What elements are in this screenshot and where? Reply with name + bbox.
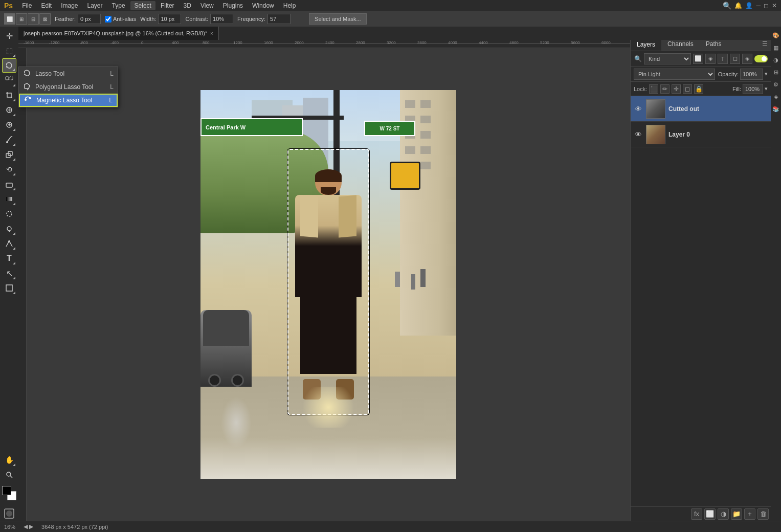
tool-mode-subtract[interactable]: ⊟ bbox=[28, 13, 39, 25]
layers-panel-menu-icon[interactable]: ☰ bbox=[762, 40, 771, 48]
right-icon-color[interactable]: 🎨 bbox=[771, 31, 780, 40]
filter-pixel-btn[interactable]: ⬜ bbox=[693, 54, 703, 64]
magic-wand-tool[interactable] bbox=[2, 73, 16, 87]
menu-view[interactable]: View bbox=[196, 1, 218, 10]
lock-transparency-btn[interactable]: ⬛ bbox=[649, 84, 658, 94]
menu-layer[interactable]: Layer bbox=[83, 1, 107, 10]
add-mask-btn[interactable]: ⬜ bbox=[704, 508, 716, 520]
tool-mode-add[interactable]: ⊞ bbox=[16, 13, 27, 25]
eraser-tool[interactable] bbox=[2, 177, 16, 191]
layer-visibility-cutted-out[interactable]: 👁 bbox=[634, 104, 643, 114]
menu-help[interactable]: Help bbox=[279, 1, 300, 10]
lock-pixels-btn[interactable]: ✏ bbox=[660, 84, 670, 94]
width-input[interactable] bbox=[158, 14, 181, 24]
contrast-input[interactable] bbox=[210, 14, 233, 24]
antialias-checkbox[interactable] bbox=[105, 16, 111, 23]
fill-label: Fill: bbox=[732, 86, 741, 92]
filter-toggle[interactable] bbox=[754, 55, 768, 62]
layer-item-layer0[interactable]: 👁 Layer 0 bbox=[631, 122, 771, 147]
crop-tool[interactable] bbox=[2, 88, 16, 102]
path-selection-tool[interactable]: ↖ bbox=[2, 266, 16, 280]
right-icon-swatches[interactable]: ▦ bbox=[771, 43, 780, 52]
menu-plugins[interactable]: Plugins bbox=[219, 1, 247, 10]
shape-tool[interactable] bbox=[2, 281, 16, 295]
menu-select[interactable]: Select bbox=[130, 1, 155, 10]
tool-mode-group: ⬜ ⊞ ⊟ ⊠ bbox=[4, 13, 51, 25]
select-mask-button[interactable]: Select and Mask... bbox=[309, 13, 367, 25]
clone-stamp-tool[interactable] bbox=[2, 147, 16, 162]
frequency-input[interactable] bbox=[267, 14, 291, 24]
svg-rect-12 bbox=[6, 197, 12, 201]
magnetic-lasso-option[interactable]: Magnetic Lasso Tool L bbox=[19, 94, 118, 107]
restore-icon[interactable]: ◻ bbox=[764, 2, 769, 9]
menu-file[interactable]: File bbox=[18, 1, 36, 10]
fill-chevron[interactable]: ▾ bbox=[765, 85, 768, 92]
right-icon-patterns[interactable]: ⊞ bbox=[771, 68, 780, 77]
right-icon-gradients[interactable]: ◑ bbox=[771, 55, 780, 64]
opacity-input[interactable] bbox=[740, 69, 763, 80]
eyedropper-tool[interactable] bbox=[2, 103, 16, 117]
add-fill-btn[interactable]: ◑ bbox=[718, 508, 729, 520]
opacity-chevron[interactable]: ▾ bbox=[765, 71, 768, 77]
menu-image[interactable]: Image bbox=[57, 1, 82, 10]
feather-input[interactable] bbox=[78, 14, 101, 24]
move-tool[interactable]: ✛ bbox=[2, 29, 16, 43]
add-adjustment-btn[interactable]: fx bbox=[691, 508, 702, 520]
layer-item-cutted-out[interactable]: 👁 Cutted out bbox=[631, 96, 771, 122]
lock-all-btn[interactable]: 🔒 bbox=[694, 84, 703, 94]
tab-close[interactable]: × bbox=[210, 31, 213, 36]
minimize-icon[interactable]: ─ bbox=[756, 2, 761, 9]
new-layer-btn[interactable]: + bbox=[744, 508, 755, 520]
selection-overlay bbox=[287, 149, 369, 415]
quick-mask-mode[interactable] bbox=[2, 506, 16, 521]
tool-mode-new[interactable]: ⬜ bbox=[4, 13, 15, 25]
blur-tool[interactable] bbox=[2, 207, 16, 221]
lasso-tool[interactable] bbox=[2, 58, 16, 73]
polygonal-lasso-option[interactable]: Polygonal Lasso Tool L bbox=[19, 80, 118, 94]
gradient-tool[interactable] bbox=[2, 192, 16, 206]
menu-filter[interactable]: Filter bbox=[157, 1, 178, 10]
account-icon[interactable]: 👤 bbox=[745, 2, 753, 9]
color-swatches[interactable] bbox=[2, 486, 16, 500]
filter-kind-select[interactable]: Kind bbox=[644, 53, 691, 64]
notification-icon[interactable]: 🔔 bbox=[734, 2, 742, 9]
menu-3d[interactable]: 3D bbox=[180, 1, 195, 10]
menu-window[interactable]: Window bbox=[248, 1, 278, 10]
artboard-tool[interactable]: ⬚ bbox=[2, 43, 16, 58]
right-icon-libraries[interactable]: 📚 bbox=[771, 104, 780, 114]
lasso-tool-option[interactable]: Lasso Tool L bbox=[19, 67, 118, 80]
right-icon-adjustments[interactable]: ◈ bbox=[771, 92, 780, 101]
zoom-level: 16% bbox=[4, 524, 15, 530]
type-tool[interactable]: T bbox=[2, 251, 16, 265]
filter-search-icon[interactable]: 🔍 bbox=[634, 55, 642, 63]
filter-shape-btn[interactable]: ◻ bbox=[730, 54, 740, 64]
filter-adjust-btn[interactable]: ◈ bbox=[705, 54, 716, 64]
brush-tool[interactable] bbox=[2, 132, 16, 147]
search-icon[interactable]: 🔍 bbox=[723, 2, 731, 10]
lock-artboards-btn[interactable]: ◻ bbox=[683, 84, 692, 94]
delete-layer-btn[interactable]: 🗑 bbox=[757, 508, 769, 520]
canvas-area[interactable]: Central Park W W 72 ST bbox=[27, 48, 630, 521]
history-brush-tool[interactable]: ⟲ bbox=[2, 162, 16, 176]
spot-heal-tool[interactable] bbox=[2, 118, 16, 132]
filter-type-btn[interactable]: T bbox=[718, 54, 728, 64]
group-layers-btn[interactable]: 📁 bbox=[731, 508, 742, 520]
pen-tool[interactable] bbox=[2, 236, 16, 251]
menu-bar: Ps File Edit Image Layer Type Select Fil… bbox=[0, 0, 781, 11]
dodge-tool[interactable] bbox=[2, 221, 16, 236]
close-icon[interactable]: ✕ bbox=[772, 2, 777, 9]
document-tab[interactable]: joseph-pearson-E8ToV7XlP4Q-unsplash.jpg … bbox=[18, 27, 219, 40]
layer-visibility-layer0[interactable]: 👁 bbox=[634, 130, 643, 139]
layer-thumb-cutted-out bbox=[646, 99, 665, 119]
blend-mode-select[interactable]: Pin Light bbox=[634, 69, 715, 80]
menu-type[interactable]: Type bbox=[108, 1, 129, 10]
lock-position-btn[interactable]: ✛ bbox=[672, 84, 681, 94]
hand-tool[interactable]: ✋ bbox=[2, 453, 16, 467]
tool-mode-intersect[interactable]: ⊠ bbox=[39, 13, 51, 25]
magnetic-lasso-label: Magnetic Lasso Tool bbox=[36, 97, 92, 104]
zoom-tool[interactable] bbox=[2, 468, 16, 482]
right-icon-properties[interactable]: ⚙ bbox=[771, 80, 780, 89]
filter-smart-btn[interactable]: ◈ bbox=[742, 54, 752, 64]
fill-input[interactable] bbox=[743, 84, 763, 94]
menu-edit[interactable]: Edit bbox=[37, 1, 56, 10]
